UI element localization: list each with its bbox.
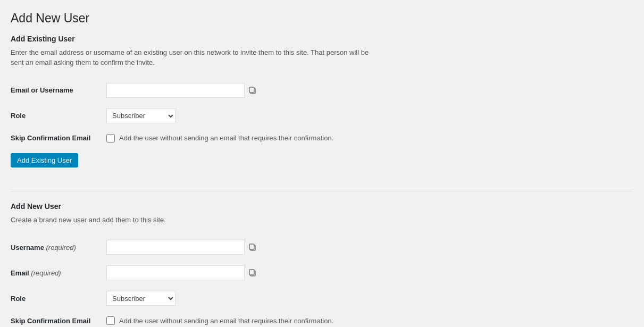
email-or-username-copy-icon[interactable] bbox=[247, 85, 258, 96]
add-new-description: Create a brand new user and add them to … bbox=[11, 215, 383, 225]
email-input[interactable] bbox=[106, 265, 245, 280]
add-new-section-title: Add New User bbox=[11, 202, 633, 211]
svg-rect-3 bbox=[249, 244, 254, 249]
new-role-select[interactable]: Subscriber Contributor Author Editor Adm… bbox=[106, 291, 175, 306]
existing-role-label: Role bbox=[11, 103, 106, 129]
add-existing-user-button[interactable]: Add Existing User bbox=[11, 153, 78, 167]
new-skip-email-field-cell: Add the user without sending an email th… bbox=[106, 311, 633, 327]
username-input-wrapper bbox=[106, 240, 633, 255]
email-or-username-row: Email or Username bbox=[11, 78, 633, 103]
email-input-wrapper bbox=[106, 265, 633, 280]
username-label: Username (required) bbox=[11, 234, 106, 260]
new-skip-email-checkbox-wrapper: Add the user without sending an email th… bbox=[106, 316, 633, 325]
existing-skip-email-field-cell: Add the user without sending an email th… bbox=[106, 129, 633, 148]
username-row: Username (required) bbox=[11, 234, 633, 260]
email-row: Email (required) bbox=[11, 260, 633, 286]
existing-skip-email-label: Skip Confirmation Email bbox=[11, 129, 106, 148]
new-role-field-cell: Subscriber Contributor Author Editor Adm… bbox=[106, 286, 633, 311]
email-field-cell bbox=[106, 260, 633, 286]
new-skip-confirmation-checkbox[interactable] bbox=[106, 316, 115, 325]
username-copy-icon[interactable] bbox=[247, 241, 258, 253]
email-or-username-field-cell bbox=[106, 78, 633, 103]
existing-role-field-cell: Subscriber Contributor Author Editor Adm… bbox=[106, 103, 633, 129]
new-skip-email-label: Skip Confirmation Email bbox=[11, 311, 106, 327]
add-new-form-table: Username (required) Email (required) bbox=[11, 234, 633, 327]
new-skip-email-description: Add the user without sending an email th… bbox=[119, 317, 333, 325]
email-copy-icon[interactable] bbox=[247, 267, 258, 279]
username-required-marker: (required) bbox=[46, 244, 76, 251]
section-divider bbox=[11, 191, 633, 191]
email-or-username-input[interactable] bbox=[106, 83, 245, 98]
add-existing-description: Enter the email address or username of a… bbox=[11, 47, 383, 68]
existing-skip-confirmation-checkbox[interactable] bbox=[106, 134, 115, 142]
email-label: Email (required) bbox=[11, 260, 106, 286]
add-existing-form-table: Email or Username Role Subscriber bbox=[11, 78, 633, 148]
existing-skip-email-checkbox-wrapper: Add the user without sending an email th… bbox=[106, 134, 633, 142]
add-existing-user-section: Add Existing User Enter the email addres… bbox=[11, 35, 633, 178]
new-skip-email-row: Skip Confirmation Email Add the user wit… bbox=[11, 311, 633, 327]
add-new-user-section: Add New User Create a brand new user and… bbox=[11, 202, 633, 327]
username-input[interactable] bbox=[106, 240, 245, 255]
email-required-marker: (required) bbox=[31, 269, 61, 277]
new-role-row: Role Subscriber Contributor Author Edito… bbox=[11, 286, 633, 311]
username-field-cell bbox=[106, 234, 633, 260]
existing-skip-email-row: Skip Confirmation Email Add the user wit… bbox=[11, 129, 633, 148]
email-or-username-input-wrapper bbox=[106, 83, 633, 98]
svg-rect-5 bbox=[249, 270, 254, 275]
page-title: Add New User bbox=[11, 11, 633, 27]
email-or-username-label: Email or Username bbox=[11, 78, 106, 103]
existing-role-row: Role Subscriber Contributor Author Edito… bbox=[11, 103, 633, 129]
existing-skip-email-description: Add the user without sending an email th… bbox=[119, 134, 333, 142]
svg-rect-1 bbox=[249, 87, 254, 93]
existing-role-select[interactable]: Subscriber Contributor Author Editor Adm… bbox=[106, 108, 175, 123]
new-role-label: Role bbox=[11, 286, 106, 311]
add-existing-section-title: Add Existing User bbox=[11, 35, 633, 43]
